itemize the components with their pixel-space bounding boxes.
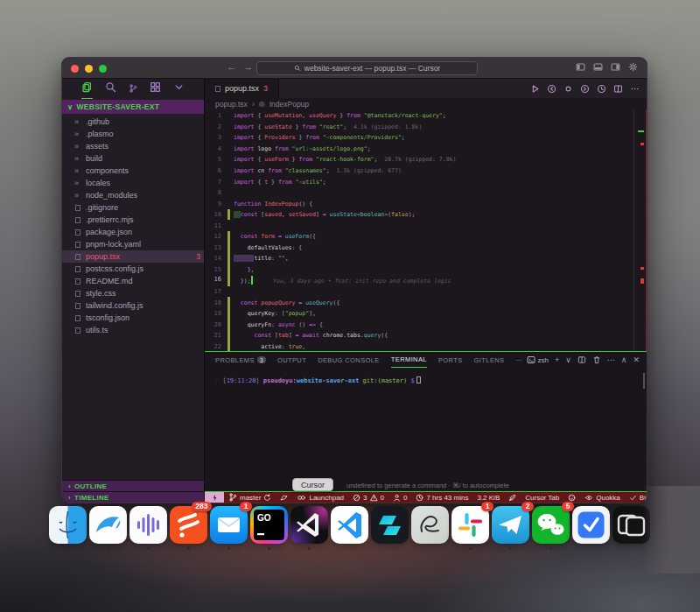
explorer-project-header[interactable]: ∨ WEBSITE-SAVER-EXT: [62, 100, 204, 114]
status-time-tracked[interactable]: 7 hrs 43 mins: [411, 492, 472, 503]
tree-item-github[interactable]: ».github: [62, 116, 204, 128]
things-app-icon[interactable]: [572, 506, 610, 544]
timeline-section-header[interactable]: › TIMELINE: [62, 491, 204, 503]
dock-item-vscode[interactable]: [331, 506, 368, 550]
stacked-windows-app-icon[interactable]: [612, 506, 650, 544]
dock-item-mail[interactable]: 1: [210, 506, 248, 550]
fox-browser-app-icon[interactable]: [89, 506, 127, 544]
tree-item-assets[interactable]: »assets: [62, 140, 204, 152]
tree-item-popup-tsx[interactable]: popup.tsx3: [62, 250, 204, 263]
status-launchpad[interactable]: Launchpad: [292, 492, 348, 503]
nav-back-circle-icon[interactable]: [547, 84, 556, 94]
dock-item-wechat[interactable]: 5: [532, 506, 570, 550]
tree-item-locales[interactable]: »locales: [62, 177, 204, 189]
dock-item-audio-waves[interactable]: [130, 506, 167, 550]
panel-tab-output[interactable]: OUTPUT: [277, 352, 306, 368]
breadcrumb[interactable]: popup.tsx › ◎ IndexPopup: [205, 98, 647, 109]
tree-item-plasmo[interactable]: ».plasmo: [62, 128, 204, 140]
nav-back-button[interactable]: ←: [227, 61, 236, 72]
window-title-search[interactable]: website-saver-ext — popup.tsx — Cursor: [256, 61, 478, 75]
status-publish[interactable]: [276, 492, 292, 503]
status-biome[interactable]: Biome 1.8.3 (bundled): [625, 492, 647, 503]
tree-item-style-css[interactable]: style.css: [62, 287, 204, 299]
settings-gear-icon[interactable]: [628, 62, 638, 72]
panel-tab-ports[interactable]: PORTS: [438, 352, 463, 368]
split-terminal[interactable]: [578, 355, 586, 364]
run-icon[interactable]: [530, 84, 540, 94]
tree-item-readme-md[interactable]: README.md: [62, 275, 204, 287]
tree-item-package-json[interactable]: package.json: [62, 226, 204, 238]
telegram-app-icon[interactable]: 2: [492, 506, 529, 544]
goland-app-icon[interactable]: GO: [250, 506, 288, 544]
cursor-editor-app-icon[interactable]: [290, 506, 328, 544]
dock-item-reeder[interactable]: 283: [170, 506, 207, 550]
tab-popup-tsx[interactable]: popup.tsx 3: [205, 79, 279, 98]
status-quokka[interactable]: Quokka: [580, 492, 625, 503]
status-collab-count[interactable]: 0: [388, 492, 411, 503]
dock-item-things[interactable]: [572, 506, 610, 550]
record-circle-icon[interactable]: [564, 84, 573, 94]
audio-waves-app-icon[interactable]: [130, 506, 167, 544]
code-editor[interactable]: 1import { useMutation, useQuery } from "…: [205, 109, 647, 351]
outline-section-header[interactable]: › OUTLINE: [62, 480, 204, 491]
zoom-window-button[interactable]: [99, 65, 107, 73]
maximize-panel[interactable]: ∧: [621, 355, 627, 364]
status-git-branch-master[interactable]: master: [224, 492, 276, 503]
panel-tab-terminal[interactable]: TERMINAL: [391, 352, 427, 368]
panel-tab-problems[interactable]: PROBLEMS3: [215, 352, 266, 368]
close-window-button[interactable]: [71, 65, 79, 73]
terminal-scrollbar[interactable]: [643, 373, 645, 389]
sketch-notes-app-icon[interactable]: [411, 506, 449, 544]
activity-extensions[interactable]: [150, 81, 161, 98]
warp-terminal-app-icon[interactable]: [371, 506, 409, 544]
tree-item-node-modules[interactable]: »node_modules: [62, 189, 204, 201]
slack-app-icon[interactable]: 1: [452, 506, 489, 544]
tree-item-tailwind-config-js[interactable]: tailwind.config.js: [62, 299, 204, 312]
wechat-app-icon[interactable]: 5: [532, 506, 570, 544]
layout-right-icon[interactable]: [611, 62, 620, 72]
activity-source-control[interactable]: [129, 81, 137, 98]
finder-app-icon[interactable]: [49, 506, 87, 544]
layout-left-icon[interactable]: [576, 62, 585, 72]
tree-item-pnpm-lock-yaml[interactable]: pnpm-lock.yaml: [62, 238, 204, 250]
tree-item-gitignore[interactable]: .gitignore: [62, 201, 204, 214]
nav-forward-button[interactable]: →: [243, 61, 253, 72]
vscode-app-icon[interactable]: [331, 506, 368, 544]
timer-icon[interactable]: [597, 84, 606, 94]
status-feather-status[interactable]: [504, 492, 521, 503]
activity-more[interactable]: [173, 81, 185, 98]
dock-item-cursor-editor[interactable]: [290, 506, 328, 550]
status-problems-count[interactable]: 30: [348, 492, 388, 503]
dock-item-telegram[interactable]: 2: [492, 506, 529, 550]
mail-app-icon[interactable]: 1: [210, 506, 248, 544]
panel-tab-[interactable]: ⋯: [516, 352, 523, 368]
minimize-window-button[interactable]: [85, 65, 93, 73]
new-terminal[interactable]: +: [555, 355, 559, 364]
tree-item-prettierrc-mjs[interactable]: .prettierrc.mjs: [62, 214, 204, 226]
tree-item-tsconfig-json[interactable]: tsconfig.json: [62, 312, 204, 324]
terminal[interactable]: ◦ [19:11:20] pseudoyu:website-saver-ext …: [205, 368, 647, 480]
more-icon[interactable]: [630, 84, 640, 94]
activity-search[interactable]: [105, 81, 116, 98]
dock-item-finder[interactable]: [49, 506, 87, 550]
window-titlebar[interactable]: ← → website-saver-ext — popup.tsx — Curs…: [62, 58, 647, 79]
activity-explorer[interactable]: [81, 81, 93, 99]
dock-item-slack[interactable]: 1: [452, 506, 489, 550]
kill-terminal[interactable]: [592, 355, 601, 364]
close-panel[interactable]: ✕: [633, 355, 640, 364]
reeder-app-icon[interactable]: 283: [170, 506, 207, 544]
dock-item-sketch-notes[interactable]: [411, 506, 449, 550]
nav-forward-circle-icon[interactable]: [580, 84, 590, 94]
shell-selector[interactable]: zsh: [527, 355, 549, 364]
dock-item-goland[interactable]: GO: [250, 506, 288, 550]
panel-tab-debug-console[interactable]: DEBUG CONSOLE: [318, 352, 380, 368]
dock-item-warp-terminal[interactable]: [371, 506, 409, 550]
dock-item-stacked-windows[interactable]: [612, 506, 650, 550]
dock-item-fox-browser[interactable]: [89, 506, 127, 550]
tree-item-build[interactable]: »build: [62, 152, 204, 165]
tree-item-postcss-config-js[interactable]: postcss.config.js: [62, 263, 204, 275]
tree-item-components[interactable]: »components: [62, 165, 204, 177]
split-editor-icon[interactable]: [613, 84, 623, 94]
more-actions[interactable]: ⋯: [607, 355, 615, 364]
panel-tab-gitlens[interactable]: GITLENS: [474, 352, 505, 368]
